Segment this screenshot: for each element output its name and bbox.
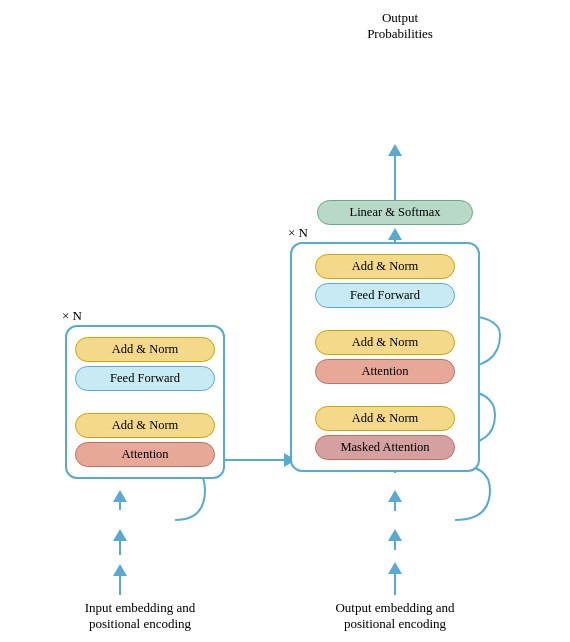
output-line2: Probabilities xyxy=(367,26,433,41)
encoder-add-norm-bot: Add & Norm xyxy=(75,413,215,438)
output-prob-label: Output Probabilities xyxy=(310,10,490,42)
encoder-caption-line1: Input embedding and xyxy=(85,600,195,615)
decoder-add-norm-top: Add & Norm xyxy=(315,254,455,279)
encoder-box: Add & Norm Feed Forward Add & Norm Atten… xyxy=(65,325,225,479)
decoder-add-norm-bot: Add & Norm xyxy=(315,406,455,431)
decoder-masked-attention: Masked Attention xyxy=(315,435,455,460)
decoder-add-norm-mid: Add & Norm xyxy=(315,330,455,355)
encoder-attention: Attention xyxy=(75,442,215,467)
encoder-feed-forward: Feed Forward xyxy=(75,366,215,391)
linear-softmax-container: Linear & Softmax xyxy=(317,200,473,225)
decoder-caption-line2: positional encoding xyxy=(344,616,446,631)
decoder-caption: Output embedding and positional encoding xyxy=(305,600,485,632)
encoder-caption-line2: positional encoding xyxy=(89,616,191,631)
encoder-caption: Input embedding and positional encoding xyxy=(50,600,230,632)
decoder-feed-forward: Feed Forward xyxy=(315,283,455,308)
encoder-n-label: × N xyxy=(62,308,82,324)
output-line1: Output xyxy=(382,10,418,25)
linear-softmax-pill: Linear & Softmax xyxy=(317,200,473,225)
encoder-add-norm-top: Add & Norm xyxy=(75,337,215,362)
decoder-box: Add & Norm Feed Forward Add & Norm Atten… xyxy=(290,242,480,472)
decoder-caption-line1: Output embedding and xyxy=(335,600,454,615)
decoder-n-label: × N xyxy=(288,225,308,241)
decoder-attention: Attention xyxy=(315,359,455,384)
